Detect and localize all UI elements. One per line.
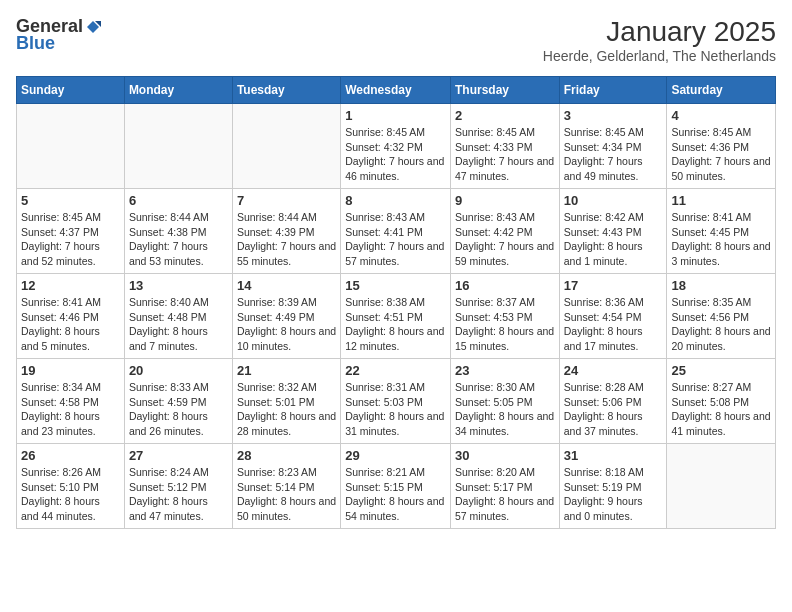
page-header: General Blue January 2025 Heerde, Gelder…	[16, 16, 776, 64]
calendar-cell: 21Sunrise: 8:32 AM Sunset: 5:01 PM Dayli…	[232, 359, 340, 444]
weekday-header-wednesday: Wednesday	[341, 77, 451, 104]
calendar-cell: 8Sunrise: 8:43 AM Sunset: 4:41 PM Daylig…	[341, 189, 451, 274]
calendar-cell: 14Sunrise: 8:39 AM Sunset: 4:49 PM Dayli…	[232, 274, 340, 359]
cell-info-text: Sunrise: 8:44 AM Sunset: 4:38 PM Dayligh…	[129, 210, 228, 269]
cell-info-text: Sunrise: 8:27 AM Sunset: 5:08 PM Dayligh…	[671, 380, 771, 439]
cell-info-text: Sunrise: 8:34 AM Sunset: 4:58 PM Dayligh…	[21, 380, 120, 439]
cell-info-text: Sunrise: 8:45 AM Sunset: 4:33 PM Dayligh…	[455, 125, 555, 184]
cell-info-text: Sunrise: 8:45 AM Sunset: 4:34 PM Dayligh…	[564, 125, 663, 184]
cell-info-text: Sunrise: 8:45 AM Sunset: 4:36 PM Dayligh…	[671, 125, 771, 184]
calendar-cell: 22Sunrise: 8:31 AM Sunset: 5:03 PM Dayli…	[341, 359, 451, 444]
title-block: January 2025 Heerde, Gelderland, The Net…	[543, 16, 776, 64]
cell-info-text: Sunrise: 8:40 AM Sunset: 4:48 PM Dayligh…	[129, 295, 228, 354]
weekday-header-monday: Monday	[124, 77, 232, 104]
calendar-cell: 1Sunrise: 8:45 AM Sunset: 4:32 PM Daylig…	[341, 104, 451, 189]
cell-day-number: 24	[564, 363, 663, 378]
cell-day-number: 27	[129, 448, 228, 463]
cell-day-number: 19	[21, 363, 120, 378]
calendar-cell: 6Sunrise: 8:44 AM Sunset: 4:38 PM Daylig…	[124, 189, 232, 274]
cell-info-text: Sunrise: 8:37 AM Sunset: 4:53 PM Dayligh…	[455, 295, 555, 354]
cell-info-text: Sunrise: 8:24 AM Sunset: 5:12 PM Dayligh…	[129, 465, 228, 524]
calendar-cell: 28Sunrise: 8:23 AM Sunset: 5:14 PM Dayli…	[232, 444, 340, 529]
calendar-cell: 29Sunrise: 8:21 AM Sunset: 5:15 PM Dayli…	[341, 444, 451, 529]
cell-info-text: Sunrise: 8:41 AM Sunset: 4:46 PM Dayligh…	[21, 295, 120, 354]
calendar-table: SundayMondayTuesdayWednesdayThursdayFrid…	[16, 76, 776, 529]
calendar-cell: 30Sunrise: 8:20 AM Sunset: 5:17 PM Dayli…	[450, 444, 559, 529]
week-row-4: 19Sunrise: 8:34 AM Sunset: 4:58 PM Dayli…	[17, 359, 776, 444]
calendar-cell: 5Sunrise: 8:45 AM Sunset: 4:37 PM Daylig…	[17, 189, 125, 274]
cell-info-text: Sunrise: 8:26 AM Sunset: 5:10 PM Dayligh…	[21, 465, 120, 524]
cell-info-text: Sunrise: 8:41 AM Sunset: 4:45 PM Dayligh…	[671, 210, 771, 269]
cell-day-number: 15	[345, 278, 446, 293]
cell-info-text: Sunrise: 8:43 AM Sunset: 4:42 PM Dayligh…	[455, 210, 555, 269]
weekday-header-friday: Friday	[559, 77, 667, 104]
week-row-2: 5Sunrise: 8:45 AM Sunset: 4:37 PM Daylig…	[17, 189, 776, 274]
cell-day-number: 18	[671, 278, 771, 293]
cell-info-text: Sunrise: 8:28 AM Sunset: 5:06 PM Dayligh…	[564, 380, 663, 439]
cell-info-text: Sunrise: 8:36 AM Sunset: 4:54 PM Dayligh…	[564, 295, 663, 354]
weekday-header-tuesday: Tuesday	[232, 77, 340, 104]
cell-info-text: Sunrise: 8:42 AM Sunset: 4:43 PM Dayligh…	[564, 210, 663, 269]
calendar-cell: 16Sunrise: 8:37 AM Sunset: 4:53 PM Dayli…	[450, 274, 559, 359]
logo: General Blue	[16, 16, 101, 54]
cell-info-text: Sunrise: 8:43 AM Sunset: 4:41 PM Dayligh…	[345, 210, 446, 269]
cell-day-number: 5	[21, 193, 120, 208]
cell-day-number: 13	[129, 278, 228, 293]
calendar-header-row: SundayMondayTuesdayWednesdayThursdayFrid…	[17, 77, 776, 104]
cell-day-number: 25	[671, 363, 771, 378]
weekday-header-sunday: Sunday	[17, 77, 125, 104]
week-row-1: 1Sunrise: 8:45 AM Sunset: 4:32 PM Daylig…	[17, 104, 776, 189]
cell-info-text: Sunrise: 8:21 AM Sunset: 5:15 PM Dayligh…	[345, 465, 446, 524]
calendar-cell	[124, 104, 232, 189]
calendar-cell: 26Sunrise: 8:26 AM Sunset: 5:10 PM Dayli…	[17, 444, 125, 529]
cell-info-text: Sunrise: 8:23 AM Sunset: 5:14 PM Dayligh…	[237, 465, 336, 524]
calendar-cell: 9Sunrise: 8:43 AM Sunset: 4:42 PM Daylig…	[450, 189, 559, 274]
calendar-cell: 2Sunrise: 8:45 AM Sunset: 4:33 PM Daylig…	[450, 104, 559, 189]
cell-day-number: 1	[345, 108, 446, 123]
cell-day-number: 3	[564, 108, 663, 123]
calendar-cell	[667, 444, 776, 529]
cell-info-text: Sunrise: 8:18 AM Sunset: 5:19 PM Dayligh…	[564, 465, 663, 524]
cell-day-number: 30	[455, 448, 555, 463]
calendar-cell: 24Sunrise: 8:28 AM Sunset: 5:06 PM Dayli…	[559, 359, 667, 444]
cell-day-number: 22	[345, 363, 446, 378]
week-row-3: 12Sunrise: 8:41 AM Sunset: 4:46 PM Dayli…	[17, 274, 776, 359]
cell-day-number: 12	[21, 278, 120, 293]
cell-day-number: 28	[237, 448, 336, 463]
cell-info-text: Sunrise: 8:39 AM Sunset: 4:49 PM Dayligh…	[237, 295, 336, 354]
cell-day-number: 21	[237, 363, 336, 378]
cell-day-number: 4	[671, 108, 771, 123]
calendar-cell: 19Sunrise: 8:34 AM Sunset: 4:58 PM Dayli…	[17, 359, 125, 444]
calendar-cell: 15Sunrise: 8:38 AM Sunset: 4:51 PM Dayli…	[341, 274, 451, 359]
cell-day-number: 31	[564, 448, 663, 463]
month-year-title: January 2025	[543, 16, 776, 48]
cell-info-text: Sunrise: 8:44 AM Sunset: 4:39 PM Dayligh…	[237, 210, 336, 269]
cell-day-number: 23	[455, 363, 555, 378]
cell-info-text: Sunrise: 8:20 AM Sunset: 5:17 PM Dayligh…	[455, 465, 555, 524]
cell-info-text: Sunrise: 8:30 AM Sunset: 5:05 PM Dayligh…	[455, 380, 555, 439]
calendar-cell: 23Sunrise: 8:30 AM Sunset: 5:05 PM Dayli…	[450, 359, 559, 444]
cell-day-number: 17	[564, 278, 663, 293]
logo-blue: Blue	[16, 33, 55, 54]
cell-day-number: 26	[21, 448, 120, 463]
cell-info-text: Sunrise: 8:33 AM Sunset: 4:59 PM Dayligh…	[129, 380, 228, 439]
cell-info-text: Sunrise: 8:38 AM Sunset: 4:51 PM Dayligh…	[345, 295, 446, 354]
calendar-cell: 11Sunrise: 8:41 AM Sunset: 4:45 PM Dayli…	[667, 189, 776, 274]
cell-day-number: 16	[455, 278, 555, 293]
cell-day-number: 7	[237, 193, 336, 208]
calendar-cell: 7Sunrise: 8:44 AM Sunset: 4:39 PM Daylig…	[232, 189, 340, 274]
cell-day-number: 6	[129, 193, 228, 208]
logo-icon	[85, 19, 101, 35]
calendar-cell: 12Sunrise: 8:41 AM Sunset: 4:46 PM Dayli…	[17, 274, 125, 359]
cell-day-number: 9	[455, 193, 555, 208]
cell-day-number: 14	[237, 278, 336, 293]
calendar-cell: 25Sunrise: 8:27 AM Sunset: 5:08 PM Dayli…	[667, 359, 776, 444]
week-row-5: 26Sunrise: 8:26 AM Sunset: 5:10 PM Dayli…	[17, 444, 776, 529]
calendar-cell: 17Sunrise: 8:36 AM Sunset: 4:54 PM Dayli…	[559, 274, 667, 359]
cell-day-number: 20	[129, 363, 228, 378]
location-subtitle: Heerde, Gelderland, The Netherlands	[543, 48, 776, 64]
calendar-cell: 13Sunrise: 8:40 AM Sunset: 4:48 PM Dayli…	[124, 274, 232, 359]
calendar-cell: 27Sunrise: 8:24 AM Sunset: 5:12 PM Dayli…	[124, 444, 232, 529]
calendar-cell: 3Sunrise: 8:45 AM Sunset: 4:34 PM Daylig…	[559, 104, 667, 189]
calendar-cell: 31Sunrise: 8:18 AM Sunset: 5:19 PM Dayli…	[559, 444, 667, 529]
